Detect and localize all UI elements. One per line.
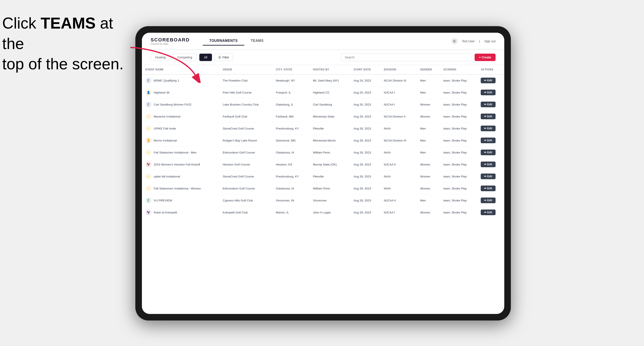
table-row: ⚔ UPIKE Fall Invite StoneCrest Golf Cour… (142, 123, 504, 135)
filter-icon: ☰ (218, 56, 221, 59)
cell-hosted-by: William Penn (310, 147, 350, 159)
cell-actions: ✏ Edit (477, 123, 504, 135)
edit-button[interactable]: ✏ Edit (481, 114, 496, 119)
edit-button[interactable]: ✏ Edit (481, 185, 496, 191)
event-name-text: Morris Invitational (154, 139, 177, 142)
cell-actions: ✏ Edit (477, 99, 504, 111)
cell-hosted-by: Highland CC (310, 87, 350, 99)
cell-division: NAIA (380, 147, 416, 159)
nav-tournaments[interactable]: TOURNAMENTS (203, 37, 244, 46)
table-row: 🦅 2023 Women's Hesston Fall Kickoff Hess… (142, 159, 504, 171)
cell-actions: ✏ Edit (477, 171, 504, 182)
event-icon: ⚔ (146, 125, 152, 132)
event-icon: ⚔ (146, 113, 152, 120)
cell-event-name: 🏌 VU PREVIEW (142, 194, 219, 206)
cell-hosted-by: Mt. Saint Mary (NY) (310, 74, 350, 87)
cell-city-state: Freeport, IL (272, 87, 309, 99)
table-row: 🏌 VU PREVIEW Cypress Hills Golf Club Vin… (142, 194, 504, 206)
event-name-text: Maverick Invitational (154, 115, 180, 118)
edit-button[interactable]: ✏ Edit (481, 209, 496, 215)
search-input[interactable] (341, 53, 472, 61)
cell-start-date: Aug 28, 2023 (350, 123, 380, 135)
cell-start-date: Aug 28, 2023 (350, 147, 380, 159)
cell-scoring: team, Stroke Play (440, 135, 477, 147)
edit-button[interactable]: ✏ Edit (481, 78, 496, 83)
event-icon: 👤 (146, 89, 152, 96)
event-name-text: Fall Statesmen Invitational - Women (154, 187, 201, 190)
col-hosted-by: HOSTED BY (310, 65, 350, 74)
edit-button[interactable]: ✏ Edit (481, 197, 496, 203)
cell-scoring: team, Stroke Play (440, 111, 477, 123)
cell-start-date: Aug 26, 2023 (350, 99, 380, 111)
main-nav: TOURNAMENTS TEAMS (203, 37, 452, 46)
event-name-text: 2023 Women's Hesston Fall Kickoff (154, 163, 200, 166)
event-icon: ⚔ (146, 149, 152, 156)
edit-button[interactable]: ✏ Edit (481, 162, 496, 167)
cell-scoring: team, Stroke Play (440, 159, 477, 171)
cell-gender: Women (417, 171, 440, 182)
event-name-text: upike fall invitational (154, 175, 180, 178)
cell-scoring: team, Stroke Play (440, 171, 477, 182)
cell-city-state: Galesburg, IL (272, 99, 309, 111)
user-name: Test User (462, 39, 475, 43)
cell-city-state: Hesston, KS (272, 159, 309, 171)
create-button[interactable]: + Create (474, 54, 496, 61)
cell-venue: Park Hills Golf Course (219, 87, 272, 99)
cell-city-state: Marion, IL (272, 206, 309, 218)
col-scoring: SCORING (440, 65, 477, 74)
cell-start-date: Aug 28, 2023 (350, 171, 380, 182)
cell-venue: Hesston Golf Course (219, 159, 272, 171)
cell-division: NCAA Division III (380, 135, 416, 147)
cell-division: NAIA (380, 171, 416, 182)
cell-gender: Men (417, 74, 440, 87)
cell-actions: ✏ Edit (477, 206, 504, 218)
cell-start-date: Aug 28, 2023 (350, 111, 380, 123)
col-actions: ACTIONS (477, 65, 504, 74)
cell-event-name: 🦅 Klash at Kokopelli (142, 206, 219, 218)
cell-venue: Ruttger's Bay Lake Resort (219, 135, 272, 147)
signout-link[interactable]: Sign out (484, 39, 496, 43)
filter-button[interactable]: ☰ Filter (214, 54, 233, 61)
cell-actions: ✏ Edit (477, 159, 504, 171)
edit-button[interactable]: ✏ Edit (481, 138, 496, 143)
cell-venue: The Powelton Club (219, 74, 272, 87)
edit-button[interactable]: ✏ Edit (481, 126, 496, 131)
cell-division: NJCAA II (380, 159, 416, 171)
cell-actions: ✏ Edit (477, 182, 504, 194)
cell-gender: Women (417, 111, 440, 123)
cell-actions: ✏ Edit (477, 87, 504, 99)
edit-button[interactable]: ✏ Edit (481, 173, 496, 179)
edit-button[interactable]: ✏ Edit (481, 90, 496, 95)
event-name-text: Highland 36 (154, 91, 170, 94)
cell-scoring: team, Stroke Play (440, 194, 477, 206)
cell-hosted-by: Minnesota State (310, 111, 350, 123)
cell-event-name: 🏆 Morris Invitational (142, 135, 219, 147)
cell-hosted-by: William Penn (310, 182, 350, 194)
cell-event-name: ⚔ Fall Statesmen Invitational - Men (142, 147, 219, 159)
edit-button[interactable]: ✏ Edit (481, 102, 496, 107)
edit-button[interactable]: ✏ Edit (481, 150, 496, 155)
cell-scoring: team, Stroke Play (440, 74, 477, 87)
cell-start-date: Aug 28, 2023 (350, 135, 380, 147)
cell-gender: Men (417, 194, 440, 206)
cell-gender: Women (417, 206, 440, 218)
table-row: ⚔ Fall Statesmen Invitational - Men Edmu… (142, 147, 504, 159)
cell-division: NJCAA I (380, 99, 416, 111)
cell-start-date: Aug 28, 2023 (350, 194, 380, 206)
nav-teams[interactable]: TEAMS (244, 37, 270, 46)
settings-icon[interactable]: ⚙ (452, 38, 458, 44)
cell-venue: Cypress Hills Golf Club (219, 194, 272, 206)
cell-actions: ✏ Edit (477, 111, 504, 123)
cell-start-date: Aug 25, 2023 (350, 87, 380, 99)
header-right: ⚙ Test User | Sign out (452, 38, 496, 44)
tournaments-table-container: EVENT NAME VENUE CITY, STATE HOSTED BY S… (142, 65, 504, 314)
table-row: ⚔ upike fall invitational StoneCrest Gol… (142, 171, 504, 182)
event-icon: 🦅 (146, 161, 152, 168)
app-logo: SCOREBOARD (151, 37, 190, 43)
cell-venue: Edmundson Golf Course (219, 182, 272, 194)
cell-scoring: team, Stroke Play (440, 123, 477, 135)
arrow-pointer (122, 44, 205, 83)
cell-start-date: Aug 28, 2023 (350, 159, 380, 171)
cell-city-state: Oskaloosa, IA (272, 182, 309, 194)
cell-hosted-by: Pikeville (310, 171, 350, 182)
